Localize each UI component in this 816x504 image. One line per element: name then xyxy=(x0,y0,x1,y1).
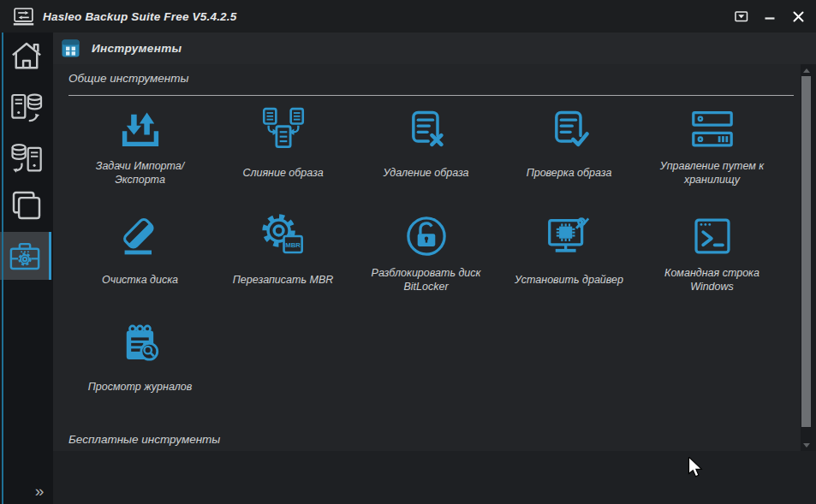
toolbox-icon xyxy=(8,239,42,273)
tool-label: Проверка образа xyxy=(527,167,612,181)
tool-view-logs[interactable]: Просмотр журналов xyxy=(68,321,211,428)
tool-label: Разблокировать диск BitLocker xyxy=(361,267,491,294)
tool-bitlocker-unlock[interactable]: Разблокировать диск BitLocker xyxy=(354,214,497,321)
vertical-scrollbar[interactable] xyxy=(801,64,812,451)
notepad-search-icon xyxy=(118,321,163,369)
sidebar-item-tools[interactable] xyxy=(0,232,51,280)
tool-label: Очистка диска xyxy=(102,274,178,288)
tool-merge-image[interactable]: Слияние образа xyxy=(211,107,354,214)
sidebar: » xyxy=(0,33,53,504)
minimize-icon xyxy=(765,11,775,21)
tool-install-driver[interactable]: Установить драйвер xyxy=(497,214,640,321)
app-window: Hasleo Backup Suite Free V5.4.2.5 xyxy=(0,0,816,504)
backup-icon xyxy=(9,91,44,125)
tool-delete-image[interactable]: Удаление образа xyxy=(354,107,497,214)
monitor-chip-icon xyxy=(547,214,592,262)
tools-page: Общие инструменты Задачи Импорта/Экспорт… xyxy=(53,64,816,451)
verify-image-icon xyxy=(547,107,592,155)
section-label-free: Бесплатные инструменты xyxy=(68,433,220,446)
collapse-window-icon xyxy=(735,11,748,22)
tool-label: Установить драйвер xyxy=(515,274,623,288)
sidebar-item-restore[interactable] xyxy=(0,134,53,182)
sidebar-expand-button[interactable]: » xyxy=(28,481,51,501)
double-chevron-right-icon: » xyxy=(35,482,45,501)
window-title: Hasleo Backup Suite Free V5.4.2.5 xyxy=(43,10,236,23)
tool-label: Просмотр журналов xyxy=(88,381,193,394)
mbr-badge: MBR xyxy=(285,241,301,249)
close-button[interactable] xyxy=(785,5,811,27)
section-label-general: Общие инструменты xyxy=(68,72,188,85)
eraser-icon xyxy=(118,214,163,262)
terminal-icon xyxy=(690,214,735,262)
scrollbar-up-button[interactable] xyxy=(801,64,812,76)
home-icon xyxy=(9,39,44,74)
delete-image-icon xyxy=(404,107,449,155)
tool-storage-path-management[interactable]: Управление путем к хранилищу xyxy=(640,107,783,214)
tool-label: Командная строка Windows xyxy=(647,267,777,294)
collapse-window-button[interactable] xyxy=(729,5,754,27)
bottom-strip xyxy=(53,451,816,504)
tool-label: Задачи Импорта/Экспорта xyxy=(75,160,205,187)
scrollbar-thumb[interactable] xyxy=(801,76,811,427)
tool-disk-wipe[interactable]: Очистка диска xyxy=(68,214,211,321)
gear-mbr-icon: MBR xyxy=(261,214,306,262)
tool-label: Удаление образа xyxy=(383,167,468,181)
scrollbar-down-button[interactable] xyxy=(801,439,812,451)
section-divider xyxy=(68,95,794,96)
tool-import-export-tasks[interactable]: Задачи Импорта/Экспорта xyxy=(68,107,211,214)
clone-icon xyxy=(9,188,44,222)
tools-grid-icon xyxy=(62,39,80,57)
import-export-icon xyxy=(118,107,163,155)
window-controls xyxy=(729,5,811,27)
restore-icon xyxy=(9,141,44,175)
merge-image-icon xyxy=(261,107,306,155)
tool-label: Перезаписать MBR xyxy=(233,274,334,288)
page-title: Инструменты xyxy=(92,42,182,55)
right-gutter xyxy=(812,64,816,451)
titlebar: Hasleo Backup Suite Free V5.4.2.5 xyxy=(0,0,816,33)
unlock-circle-icon xyxy=(404,214,449,262)
sidebar-item-clone[interactable] xyxy=(0,181,53,229)
tool-label: Управление путем к хранилищу xyxy=(647,160,777,187)
window-edge-accent xyxy=(2,33,3,504)
page-header: Инструменты xyxy=(53,33,816,64)
minimize-button[interactable] xyxy=(757,5,783,27)
tool-rewrite-mbr[interactable]: MBR Перезаписать MBR xyxy=(211,214,354,321)
tool-windows-cmd[interactable]: Командная строка Windows xyxy=(640,214,783,321)
storage-path-icon xyxy=(690,107,735,155)
tool-label: Слияние образа xyxy=(242,167,323,181)
sidebar-item-backup[interactable] xyxy=(0,84,53,132)
close-icon xyxy=(793,11,804,22)
chevron-up-icon xyxy=(803,68,810,73)
laptop-sync-icon xyxy=(12,7,35,27)
main-area: Инструменты Общие инструменты Задачи Имп… xyxy=(53,33,816,504)
chevron-down-icon xyxy=(803,443,810,448)
tools-grid: Задачи Импорта/Экспорта xyxy=(68,107,784,428)
tool-verify-image[interactable]: Проверка образа xyxy=(497,107,640,214)
sidebar-item-home[interactable] xyxy=(0,33,53,80)
